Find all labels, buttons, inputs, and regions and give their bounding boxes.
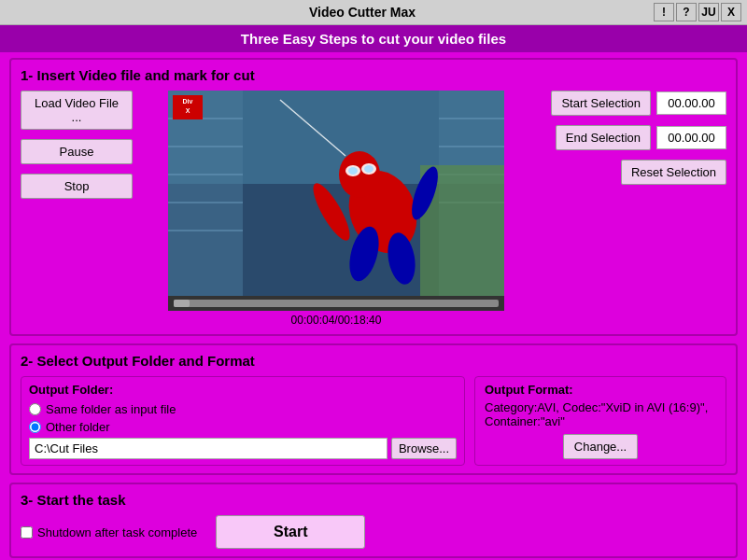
close-btn[interactable]: X: [721, 3, 741, 21]
shutdown-label: Shutdown after task complete: [37, 525, 197, 539]
subtitle-bar: Three Easy Steps to cut your video files: [0, 25, 747, 52]
other-folder-row: Other folder: [29, 420, 457, 434]
step3-body: Shutdown after task complete Start: [21, 515, 726, 549]
output-format-title: Output Format:: [485, 383, 716, 397]
svg-text:X: X: [186, 107, 190, 114]
video-controls: [168, 296, 504, 311]
about-btn[interactable]: ?: [676, 3, 697, 21]
video-time: 00:00:04/00:18:40: [291, 314, 382, 327]
format-value: Category:AVI, Codec:"XviD in AVI (16:9)"…: [485, 400, 716, 428]
step1-video-area: Div X 00:00:04/00:18:40: [142, 91, 530, 327]
same-folder-row: Same folder as input file: [29, 402, 457, 416]
step1-right-controls: Start Selection 00.00.00 End Selection 0…: [540, 91, 726, 185]
shutdown-checkbox[interactable]: [21, 526, 33, 539]
same-folder-label: Same folder as input file: [46, 402, 176, 416]
folder-input-row: Browse...: [29, 438, 457, 459]
subtitle-text: Three Easy Steps to cut your video files: [241, 31, 506, 47]
end-time-display: 00.00.00: [656, 126, 726, 149]
svg-point-19: [348, 167, 358, 175]
stop-btn[interactable]: Stop: [21, 174, 133, 199]
step1-body: Load Video File ... Pause Stop: [21, 91, 726, 327]
step1-label: 1- Insert Video file and mark for cut: [21, 67, 726, 83]
step3-section: 3- Start the task Shutdown after task co…: [9, 483, 738, 558]
end-selection-row: End Selection 00.00.00: [556, 125, 726, 150]
other-folder-radio[interactable]: [29, 421, 41, 433]
svg-rect-3: [168, 91, 243, 296]
step2-body: Output Folder: Same folder as input file…: [21, 376, 726, 466]
video-frame[interactable]: Div X: [168, 91, 504, 296]
pause-btn[interactable]: Pause: [21, 139, 133, 164]
folder-path-input[interactable]: [29, 438, 388, 459]
same-folder-radio[interactable]: [29, 403, 41, 415]
browse-btn[interactable]: Browse...: [391, 438, 457, 459]
main-content: 1- Insert Video file and mark for cut Lo…: [0, 52, 747, 560]
end-selection-btn[interactable]: End Selection: [556, 125, 651, 150]
start-time-display: 00.00.00: [656, 91, 726, 115]
change-format-btn[interactable]: Change...: [563, 434, 638, 459]
shutdown-row: Shutdown after task complete: [21, 525, 197, 539]
window-controls: ! ? JU X: [654, 3, 741, 21]
start-selection-btn[interactable]: Start Selection: [551, 91, 651, 116]
step3-label: 3- Start the task: [21, 492, 726, 508]
other-folder-label: Other folder: [46, 420, 110, 434]
output-folder-box: Output Folder: Same folder as input file…: [21, 376, 465, 466]
output-folder-title: Output Folder:: [29, 383, 457, 397]
help-icon[interactable]: !: [654, 3, 674, 21]
start-btn[interactable]: Start: [216, 515, 365, 549]
license-btn[interactable]: JU: [698, 3, 719, 21]
reset-selection-row: Reset Selection: [621, 160, 726, 185]
start-selection-row: Start Selection 00.00.00: [551, 91, 726, 116]
svg-point-16: [339, 151, 380, 198]
svg-point-20: [364, 165, 374, 173]
seek-bar-fill: [174, 300, 190, 307]
reset-selection-btn[interactable]: Reset Selection: [621, 160, 726, 185]
seek-bar[interactable]: [174, 300, 499, 307]
step2-label: 2- Select Output Folder and Format: [21, 353, 726, 369]
step1-section: 1- Insert Video file and mark for cut Lo…: [9, 58, 738, 336]
output-format-box: Output Format: Category:AVI, Codec:"XviD…: [474, 376, 726, 466]
step1-left-controls: Load Video File ... Pause Stop: [21, 91, 133, 199]
step2-section: 2- Select Output Folder and Format Outpu…: [9, 343, 738, 475]
title-bar: Video Cutter Max ! ? JU X: [0, 0, 747, 25]
svg-text:Div: Div: [183, 98, 193, 105]
load-video-btn[interactable]: Load Video File ...: [21, 91, 133, 130]
video-preview: Div X: [168, 91, 504, 296]
app-title: Video Cutter Max: [71, 5, 654, 20]
